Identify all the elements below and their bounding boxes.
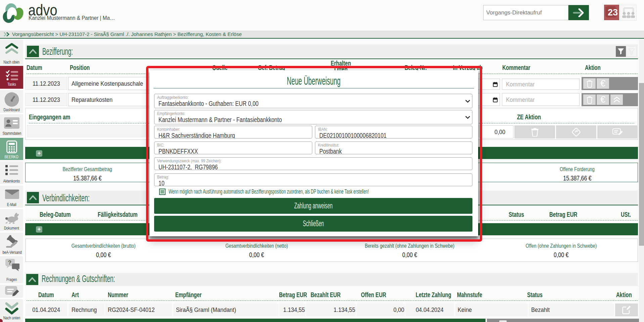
svg-text:?: ? xyxy=(8,259,11,266)
